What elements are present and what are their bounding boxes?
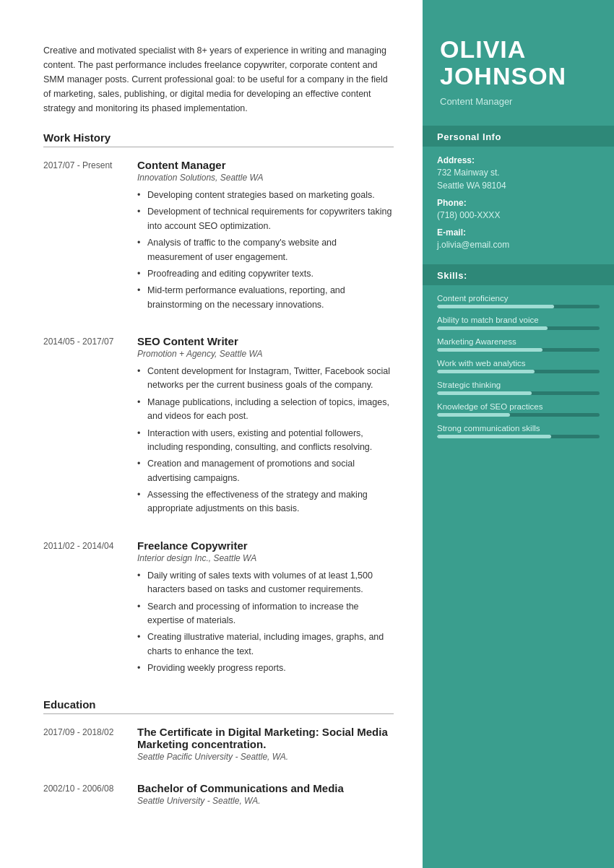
work-dates: 2017/07 - Present	[43, 159, 137, 315]
bullet-item: Creation and management of promotions an…	[137, 457, 394, 485]
education-heading: Education	[43, 698, 394, 714]
skill-item: Strategic thinking	[437, 381, 600, 395]
bullet-item: Content development for Instagram, Twitt…	[137, 365, 394, 393]
skill-bar-bg	[437, 370, 600, 373]
skill-item: Marketing Awareness	[437, 337, 600, 352]
bullet-item: Creating illustrative material, includin…	[137, 630, 394, 659]
edu-dates: 2017/09 - 2018/02	[43, 726, 137, 762]
last-name: JOHNSON	[440, 63, 597, 90]
email-value: j.olivia@email.com	[437, 238, 600, 251]
edu-school: Seattle Pacific University - Seattle, WA…	[137, 752, 394, 762]
skill-bar-bg	[437, 435, 600, 438]
work-entries: 2017/07 - PresentContent ManagerInnovati…	[43, 159, 394, 678]
skill-name: Content proficiency	[437, 294, 600, 303]
skills-content: Content proficiencyAbility to match bran…	[423, 285, 614, 460]
bullet-item: Proofreading and editing copywriter text…	[137, 267, 394, 281]
job-company: Interior design Inc., Seattle WA	[137, 553, 394, 563]
work-content: Content ManagerInnovation Solutions, Sea…	[137, 159, 394, 315]
bullet-item: Developing content strategies based on m…	[137, 188, 394, 202]
edu-content: Bachelor of Communications and MediaSeat…	[137, 782, 394, 806]
skill-bar-bg	[437, 413, 600, 417]
first-name: OLIVIA	[440, 36, 597, 63]
work-content: Freelance CopywriterInterior design Inc.…	[137, 539, 394, 679]
skill-item: Content proficiency	[437, 294, 600, 308]
personal-info-content: Address: 732 Mainway st. Seattle WA 9810…	[423, 147, 614, 263]
edu-dates: 2002/10 - 2006/08	[43, 782, 137, 806]
phone-value: (718) 000-XXXX	[437, 209, 600, 222]
edu-entry: 2017/09 - 2018/02The Certificate in Digi…	[43, 726, 394, 762]
personal-info-title: Personal Info	[423, 126, 614, 147]
email-label: E-mail:	[437, 227, 600, 238]
bullet-item: Mid-term performance evaluations, report…	[137, 284, 394, 312]
bullet-item: Search and processing of information to …	[137, 600, 394, 628]
skill-bar-fill	[437, 370, 535, 373]
skill-item: Knowledge of SEO practices	[437, 402, 600, 417]
skill-bar-bg	[437, 391, 600, 395]
skill-item: Work with web analytics	[437, 359, 600, 373]
job-company: Promotion + Agency, Seattle WA	[137, 349, 394, 359]
skill-name: Marketing Awareness	[437, 337, 600, 346]
address-label: Address:	[437, 155, 600, 165]
bullet-item: Development of technical requirements fo…	[137, 205, 394, 233]
summary-text: Creative and motivated specialist with 8…	[43, 43, 394, 116]
edu-content: The Certificate in Digital Marketing: So…	[137, 726, 394, 762]
skill-item: Strong communication skills	[437, 424, 600, 438]
bullet-item: Providing weekly progress reports.	[137, 661, 394, 675]
bullet-list: Daily writing of sales texts with volume…	[137, 569, 394, 676]
skill-bar-bg	[437, 326, 600, 330]
bullet-list: Developing content strategies based on m…	[137, 188, 394, 312]
edu-entry: 2002/10 - 2006/08Bachelor of Communicati…	[43, 782, 394, 806]
skill-bar-bg	[437, 305, 600, 308]
address-line2: Seattle WA 98104	[437, 179, 600, 192]
work-dates: 2011/02 - 2014/04	[43, 539, 137, 679]
edu-title: The Certificate in Digital Marketing: So…	[137, 726, 394, 750]
work-dates: 2014/05 - 2017/07	[43, 335, 137, 519]
resume-container: Creative and motivated specialist with 8…	[0, 0, 614, 868]
work-history-heading: Work History	[43, 131, 394, 147]
edu-school: Seattle University - Seattle, WA.	[137, 796, 394, 806]
bullet-item: Analysis of traffic to the company's web…	[137, 236, 394, 264]
education-entries: 2017/09 - 2018/02The Certificate in Digi…	[43, 726, 394, 806]
work-content: SEO Content WriterPromotion + Agency, Se…	[137, 335, 394, 519]
job-title: Freelance Copywriter	[137, 539, 394, 552]
address-line1: 732 Mainway st.	[437, 166, 600, 179]
bullet-item: Assessing the effectiveness of the strat…	[137, 488, 394, 516]
skill-bar-fill	[437, 305, 554, 308]
skill-bar-fill	[437, 326, 548, 330]
skill-bar-bg	[437, 348, 600, 352]
skill-name: Ability to match brand voice	[437, 316, 600, 324]
job-title: SEO Content Writer	[137, 335, 394, 347]
bullet-item: Daily writing of sales texts with volume…	[137, 569, 394, 597]
skill-name: Strategic thinking	[437, 381, 600, 389]
skill-name: Strong communication skills	[437, 424, 600, 433]
work-entry: 2011/02 - 2014/04Freelance CopywriterInt…	[43, 539, 394, 679]
job-role: Content Manager	[440, 96, 597, 107]
work-entry: 2014/05 - 2017/07SEO Content WriterPromo…	[43, 335, 394, 519]
skills-title: Skills:	[423, 264, 614, 285]
bullet-list: Content development for Instagram, Twitt…	[137, 365, 394, 516]
edu-title: Bachelor of Communications and Media	[137, 782, 394, 794]
skill-name: Work with web analytics	[437, 359, 600, 368]
phone-label: Phone:	[437, 198, 600, 208]
skill-bar-fill	[437, 391, 532, 395]
personal-info-section: Personal Info Address: 732 Mainway st. S…	[423, 126, 614, 263]
skill-item: Ability to match brand voice	[437, 316, 600, 330]
skill-bar-fill	[437, 435, 551, 438]
job-company: Innovation Solutions, Seattle WA	[137, 173, 394, 183]
bullet-item: Interaction with users, existing and pot…	[137, 427, 394, 455]
skill-bar-fill	[437, 348, 542, 352]
bullet-item: Manage publications, including a selecti…	[137, 396, 394, 424]
skills-section: Skills: Content proficiencyAbility to ma…	[423, 264, 614, 460]
work-entry: 2017/07 - PresentContent ManagerInnovati…	[43, 159, 394, 315]
sidebar-header: OLIVIA JOHNSON Content Manager	[423, 0, 614, 124]
sidebar: OLIVIA JOHNSON Content Manager Personal …	[423, 0, 614, 868]
job-title: Content Manager	[137, 159, 394, 171]
main-content: Creative and motivated specialist with 8…	[0, 0, 423, 868]
skill-name: Knowledge of SEO practices	[437, 402, 600, 411]
skill-bar-fill	[437, 413, 510, 417]
